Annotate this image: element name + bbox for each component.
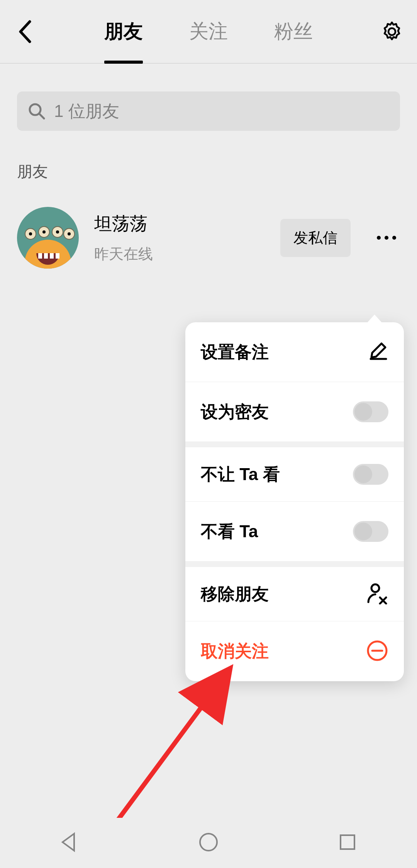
top-bar: 朋友 关注 粉丝 [0, 0, 417, 64]
menu-item-dont-view[interactable]: 不看 Ta [185, 502, 404, 562]
svg-point-3 [371, 584, 379, 592]
tab-followers[interactable]: 粉丝 [274, 0, 313, 63]
svg-line-2 [39, 114, 44, 118]
svg-point-0 [388, 28, 395, 35]
toggle-close-friend[interactable] [353, 401, 388, 422]
toggle-block-view[interactable] [353, 464, 388, 485]
tab-following[interactable]: 关注 [189, 0, 228, 63]
back-button[interactable] [0, 0, 50, 63]
search-section [0, 64, 417, 142]
svg-point-8 [200, 834, 217, 851]
more-button[interactable] [373, 224, 400, 251]
menu-item-unfollow[interactable]: 取消关注 [185, 621, 404, 681]
nav-back-button[interactable] [59, 831, 80, 854]
nav-recents-button[interactable] [337, 831, 358, 854]
gear-icon [381, 21, 403, 42]
search-input[interactable] [54, 102, 389, 121]
search-bar[interactable] [17, 91, 400, 131]
tab-list: 朋友 关注 粉丝 [50, 0, 367, 63]
settings-button[interactable] [367, 0, 417, 63]
tab-friends[interactable]: 朋友 [104, 0, 143, 63]
minus-circle-icon [366, 640, 388, 663]
chevron-left-icon [18, 20, 32, 43]
friend-info: 坦荡荡 昨天在线 [94, 212, 265, 264]
friend-status: 昨天在线 [94, 244, 265, 264]
pencil-icon [368, 341, 388, 363]
menu-label: 移除朋友 [201, 583, 269, 606]
send-message-button[interactable]: 发私信 [280, 219, 351, 257]
menu-label: 不看 Ta [201, 520, 258, 543]
menu-label: 取消关注 [201, 640, 269, 663]
menu-item-set-remark[interactable]: 设置备注 [185, 322, 404, 382]
toggle-dont-view[interactable] [353, 521, 388, 542]
menu-item-block-view[interactable]: 不让 Ta 看 [185, 442, 404, 502]
svg-marker-7 [63, 834, 74, 851]
menu-item-remove-friend[interactable]: 移除朋友 [185, 562, 404, 621]
friend-options-popover: 设置备注 设为密友 不让 Ta 看 不看 Ta 移除朋友 取消关注 [185, 322, 404, 681]
more-icon [377, 236, 396, 240]
search-icon [28, 102, 46, 120]
menu-item-close-friend[interactable]: 设为密友 [185, 382, 404, 442]
section-header-friends: 朋友 [0, 142, 417, 191]
menu-label: 不让 Ta 看 [201, 463, 280, 486]
avatar[interactable] [17, 207, 79, 269]
menu-label: 设置备注 [201, 341, 269, 364]
menu-label: 设为密友 [201, 401, 269, 423]
friend-row[interactable]: 坦荡荡 昨天在线 发私信 [0, 191, 417, 284]
person-remove-icon [366, 582, 388, 606]
system-nav-bar [0, 818, 417, 868]
friend-name: 坦荡荡 [94, 212, 265, 236]
nav-home-button[interactable] [198, 831, 219, 854]
svg-rect-9 [341, 835, 354, 849]
